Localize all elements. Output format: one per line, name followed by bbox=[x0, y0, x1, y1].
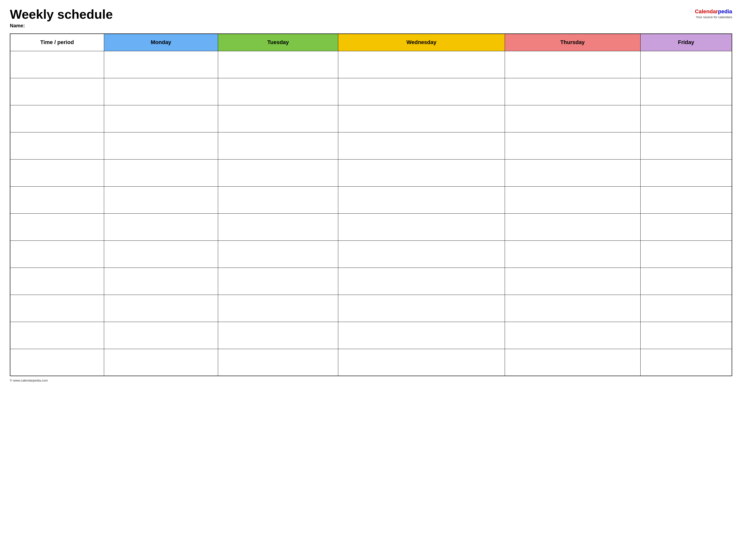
schedule-cell[interactable] bbox=[505, 51, 640, 78]
schedule-cell[interactable] bbox=[218, 105, 338, 132]
schedule-cell[interactable] bbox=[640, 240, 732, 268]
table-row bbox=[10, 78, 732, 105]
schedule-cell[interactable] bbox=[505, 132, 640, 159]
schedule-cell[interactable] bbox=[104, 51, 218, 78]
time-cell[interactable] bbox=[10, 78, 104, 105]
schedule-cell[interactable] bbox=[505, 322, 640, 349]
schedule-cell[interactable] bbox=[104, 322, 218, 349]
time-cell[interactable] bbox=[10, 322, 104, 349]
time-cell[interactable] bbox=[10, 295, 104, 322]
time-cell[interactable] bbox=[10, 240, 104, 268]
schedule-cell[interactable] bbox=[218, 186, 338, 213]
schedule-cell[interactable] bbox=[505, 186, 640, 213]
schedule-cell[interactable] bbox=[640, 78, 732, 105]
schedule-cell[interactable] bbox=[505, 159, 640, 186]
schedule-cell[interactable] bbox=[338, 268, 505, 295]
schedule-cell[interactable] bbox=[505, 240, 640, 268]
schedule-cell[interactable] bbox=[640, 349, 732, 376]
time-cell[interactable] bbox=[10, 213, 104, 240]
schedule-cell[interactable] bbox=[104, 213, 218, 240]
footer: © www.calendarpedia.com bbox=[10, 379, 732, 382]
schedule-cell[interactable] bbox=[218, 78, 338, 105]
schedule-cell[interactable] bbox=[338, 240, 505, 268]
schedule-cell[interactable] bbox=[104, 349, 218, 376]
schedule-cell[interactable] bbox=[338, 186, 505, 213]
schedule-cell[interactable] bbox=[104, 132, 218, 159]
time-cell[interactable] bbox=[10, 51, 104, 78]
schedule-cell[interactable] bbox=[640, 268, 732, 295]
time-cell[interactable] bbox=[10, 132, 104, 159]
schedule-cell[interactable] bbox=[218, 295, 338, 322]
table-row bbox=[10, 295, 732, 322]
schedule-cell[interactable] bbox=[338, 322, 505, 349]
schedule-cell[interactable] bbox=[104, 295, 218, 322]
header-wednesday: Wednesday bbox=[338, 34, 505, 51]
schedule-cell[interactable] bbox=[218, 240, 338, 268]
title-section: Weekly schedule Name: bbox=[10, 7, 113, 29]
schedule-cell[interactable] bbox=[640, 105, 732, 132]
table-row bbox=[10, 322, 732, 349]
table-row bbox=[10, 213, 732, 240]
schedule-cell[interactable] bbox=[104, 240, 218, 268]
page-header: Weekly schedule Name: Calendarpedia Your… bbox=[10, 7, 732, 29]
logo-section: Calendarpedia Your source for calendars bbox=[695, 8, 732, 19]
table-row bbox=[10, 268, 732, 295]
table-row bbox=[10, 186, 732, 213]
table-row bbox=[10, 51, 732, 78]
schedule-cell[interactable] bbox=[505, 349, 640, 376]
page-title: Weekly schedule bbox=[10, 7, 113, 21]
schedule-cell[interactable] bbox=[338, 105, 505, 132]
time-cell[interactable] bbox=[10, 349, 104, 376]
table-row bbox=[10, 349, 732, 376]
schedule-cell[interactable] bbox=[338, 213, 505, 240]
schedule-cell[interactable] bbox=[505, 268, 640, 295]
schedule-cell[interactable] bbox=[640, 132, 732, 159]
schedule-cell[interactable] bbox=[218, 159, 338, 186]
schedule-cell[interactable] bbox=[640, 186, 732, 213]
table-row bbox=[10, 132, 732, 159]
schedule-cell[interactable] bbox=[218, 322, 338, 349]
schedule-cell[interactable] bbox=[104, 105, 218, 132]
time-cell[interactable] bbox=[10, 268, 104, 295]
header-monday: Monday bbox=[104, 34, 218, 51]
schedule-cell[interactable] bbox=[104, 159, 218, 186]
header-friday: Friday bbox=[640, 34, 732, 51]
schedule-cell[interactable] bbox=[218, 349, 338, 376]
schedule-cell[interactable] bbox=[338, 159, 505, 186]
time-cell[interactable] bbox=[10, 159, 104, 186]
logo-text: Calendarpedia bbox=[695, 8, 732, 15]
schedule-cell[interactable] bbox=[640, 322, 732, 349]
schedule-cell[interactable] bbox=[640, 159, 732, 186]
schedule-cell[interactable] bbox=[505, 213, 640, 240]
schedule-cell[interactable] bbox=[338, 295, 505, 322]
header-tuesday: Tuesday bbox=[218, 34, 338, 51]
schedule-cell[interactable] bbox=[640, 51, 732, 78]
table-row bbox=[10, 240, 732, 268]
schedule-cell[interactable] bbox=[104, 268, 218, 295]
schedule-cell[interactable] bbox=[218, 268, 338, 295]
name-label: Name: bbox=[10, 23, 113, 29]
header-row: Time / period Monday Tuesday Wednesday T… bbox=[10, 34, 732, 51]
schedule-cell[interactable] bbox=[338, 349, 505, 376]
time-cell[interactable] bbox=[10, 105, 104, 132]
table-row bbox=[10, 105, 732, 132]
schedule-cell[interactable] bbox=[338, 132, 505, 159]
schedule-cell[interactable] bbox=[505, 295, 640, 322]
schedule-cell[interactable] bbox=[218, 132, 338, 159]
logo-tagline: Your source for calendars bbox=[696, 15, 732, 19]
schedule-cell[interactable] bbox=[640, 295, 732, 322]
time-cell[interactable] bbox=[10, 186, 104, 213]
logo-calendar: Calendar bbox=[695, 8, 718, 14]
table-row bbox=[10, 159, 732, 186]
header-thursday: Thursday bbox=[505, 34, 640, 51]
schedule-cell[interactable] bbox=[338, 78, 505, 105]
schedule-cell[interactable] bbox=[505, 78, 640, 105]
schedule-cell[interactable] bbox=[218, 213, 338, 240]
schedule-table: Time / period Monday Tuesday Wednesday T… bbox=[10, 34, 732, 376]
schedule-cell[interactable] bbox=[505, 105, 640, 132]
schedule-cell[interactable] bbox=[104, 186, 218, 213]
schedule-cell[interactable] bbox=[338, 51, 505, 78]
schedule-cell[interactable] bbox=[640, 213, 732, 240]
schedule-cell[interactable] bbox=[218, 51, 338, 78]
schedule-cell[interactable] bbox=[104, 78, 218, 105]
